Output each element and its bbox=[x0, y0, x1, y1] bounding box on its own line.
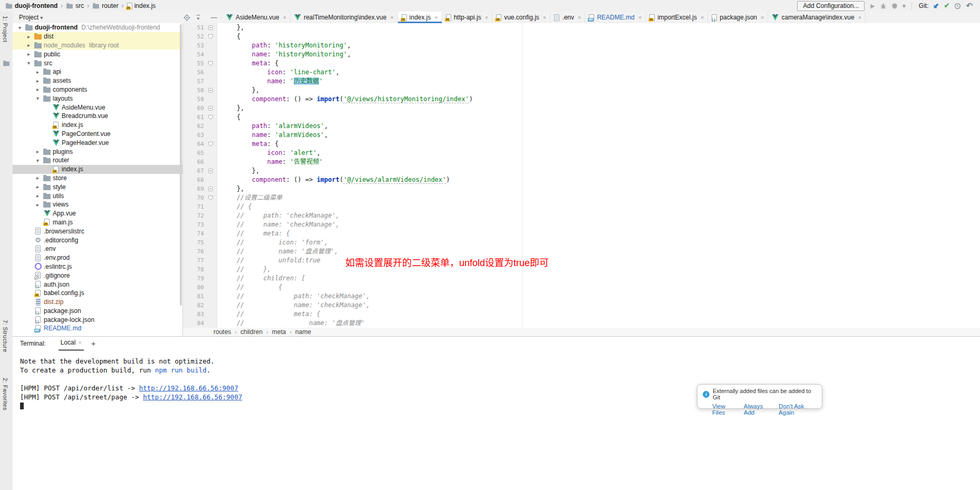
editor-tab-cameramanage-index-vue[interactable]: cameraManage\index.vue× bbox=[768, 12, 866, 23]
stripe-structure-button[interactable]: 7: Structure bbox=[2, 320, 8, 352]
close-icon[interactable]: × bbox=[485, 14, 488, 21]
tree-item-dist[interactable]: ▸dist bbox=[13, 32, 182, 41]
tree-item-node-modules[interactable]: ▸node_moduleslibrary root bbox=[13, 41, 182, 50]
debug-icon[interactable] bbox=[880, 3, 887, 9]
fold-marker[interactable] bbox=[208, 88, 213, 93]
tree-item-store[interactable]: ▸store bbox=[13, 174, 182, 183]
tree-item-duoji-frontend[interactable]: ▾duoji-frontendD:\zheheWeb\duoji-fronten… bbox=[13, 23, 182, 32]
editor-breadcrumb-children[interactable]: children bbox=[240, 328, 263, 336]
tree-item-utils[interactable]: ▸utils bbox=[13, 191, 182, 200]
editor-tab-readme-md[interactable]: MDREADME.md× bbox=[585, 12, 646, 23]
tree-item-readme-md[interactable]: MDREADME.md bbox=[13, 324, 182, 333]
tree-item-public[interactable]: ▸public bbox=[13, 50, 182, 58]
coverage-icon[interactable] bbox=[891, 3, 898, 9]
tree-item-babel-config-js[interactable]: JSbabel.config.js bbox=[13, 289, 182, 298]
chevron-right-icon[interactable]: ▸ bbox=[33, 86, 42, 92]
tree-item-index-js[interactable]: JSindex.js bbox=[13, 121, 182, 130]
editor-breadcrumb-meta[interactable]: meta bbox=[272, 328, 286, 336]
editor-tab-vue-config-js[interactable]: JSvue.config.js× bbox=[492, 12, 550, 23]
tree-item-assets[interactable]: ▸assets bbox=[13, 76, 182, 85]
editor-breadcrumb-name[interactable]: name bbox=[295, 328, 311, 336]
terminal-link[interactable]: http://192.168.66.56:9007 bbox=[143, 393, 242, 401]
fold-marker[interactable] bbox=[208, 25, 213, 30]
editor-breadcrumb-routes[interactable]: routes bbox=[214, 328, 231, 336]
editor-tab-http-api-js[interactable]: JShttp-api.js× bbox=[442, 12, 492, 23]
chevron-right-icon[interactable]: ▸ bbox=[33, 69, 42, 75]
update-icon[interactable] bbox=[933, 3, 939, 9]
tree-item-package-lock-json[interactable]: {}package-lock.json bbox=[13, 315, 182, 324]
breadcrumb-item-src[interactable]: src bbox=[66, 2, 84, 9]
tree-item-pageheader-vue[interactable]: PageHeader.vue bbox=[13, 138, 182, 147]
close-icon[interactable]: × bbox=[390, 14, 393, 21]
close-icon[interactable]: × bbox=[78, 339, 81, 346]
editor-tab-index-js[interactable]: JSindex.js× bbox=[398, 12, 442, 23]
close-icon[interactable]: × bbox=[578, 14, 581, 21]
stripe-project-button[interactable]: 1: Project bbox=[2, 16, 8, 42]
tree-item-dist-zip[interactable]: dist.zip bbox=[13, 298, 182, 307]
close-icon[interactable]: × bbox=[283, 14, 286, 21]
chevron-right-icon[interactable]: ▸ bbox=[33, 175, 42, 181]
tree-item-browserslistrc[interactable]: .browserslistrc bbox=[13, 227, 182, 236]
project-scrollbar[interactable] bbox=[180, 24, 182, 306]
terminal-output[interactable]: Note that the development build is not o… bbox=[13, 350, 980, 410]
chevron-right-icon[interactable]: ▸ bbox=[33, 193, 42, 199]
history-icon[interactable] bbox=[954, 3, 961, 9]
tree-item-breadcrumb-vue[interactable]: Breadcrumb.vue bbox=[13, 112, 182, 121]
tree-item-style[interactable]: ▸style bbox=[13, 182, 182, 191]
editor-tab-asidemenu-vue[interactable]: AsideMenu.vue× bbox=[222, 12, 290, 23]
close-icon[interactable]: × bbox=[638, 14, 642, 21]
project-panel-title[interactable]: Project bbox=[19, 14, 38, 21]
tree-item-app-vue[interactable]: App.vue bbox=[13, 209, 182, 218]
tree-item-env[interactable]: .env bbox=[13, 244, 182, 253]
stop-icon[interactable]: ■ bbox=[903, 2, 906, 9]
chevron-right-icon[interactable]: ▸ bbox=[33, 184, 42, 190]
tree-item-components[interactable]: ▸components bbox=[13, 85, 182, 94]
tree-item-views[interactable]: ▸views bbox=[13, 200, 182, 209]
tree-item-editorconfig[interactable]: ⚙.editorconfig bbox=[13, 236, 182, 244]
run-icon[interactable]: ▶ bbox=[870, 2, 875, 9]
tree-item-eslintrc-js[interactable]: .eslintrc.js bbox=[13, 262, 182, 271]
close-icon[interactable]: × bbox=[701, 14, 704, 21]
chevron-right-icon[interactable]: ▸ bbox=[33, 78, 42, 84]
chevron-right-icon[interactable]: ▸ bbox=[33, 149, 42, 154]
notification-link-always-add[interactable]: Always Add bbox=[744, 403, 772, 416]
chevron-right-icon[interactable]: ▸ bbox=[24, 51, 33, 57]
chevron-right-icon[interactable]: ▸ bbox=[24, 42, 33, 48]
collapse-icon[interactable] bbox=[195, 14, 201, 21]
breadcrumb-item-router[interactable]: router bbox=[92, 2, 118, 9]
editor-tab-env[interactable]: .env× bbox=[550, 12, 585, 23]
fold-marker[interactable] bbox=[208, 169, 213, 173]
new-terminal-button[interactable]: + bbox=[91, 339, 96, 348]
notification-link-view-files[interactable]: View Files bbox=[712, 403, 737, 416]
notification-link-don-t-ask-again[interactable]: Don't Ask Again bbox=[779, 403, 817, 416]
fold-marker[interactable] bbox=[208, 195, 213, 200]
fold-marker[interactable] bbox=[208, 34, 213, 39]
tree-item-router[interactable]: ▾router bbox=[13, 156, 182, 165]
tree-item-src[interactable]: ▾src bbox=[13, 58, 182, 67]
fold-marker[interactable] bbox=[208, 142, 213, 146]
tree-item-main-js[interactable]: JSmain.js bbox=[13, 218, 182, 227]
close-icon[interactable]: × bbox=[434, 14, 438, 21]
add-configuration-button[interactable]: Add Configuration... bbox=[797, 1, 865, 11]
close-icon[interactable]: × bbox=[543, 14, 546, 21]
tree-item-auth-json[interactable]: {}auth.json bbox=[13, 280, 182, 289]
chevron-down-icon[interactable]: ▾ bbox=[15, 25, 24, 31]
tree-item-package-json[interactable]: {}package.json bbox=[13, 307, 182, 316]
close-icon[interactable]: × bbox=[761, 14, 764, 21]
terminal-tab-local[interactable]: Local × bbox=[59, 336, 84, 351]
tree-item-gitignore[interactable]: .gitignore bbox=[13, 271, 182, 280]
hide-icon[interactable]: — bbox=[211, 14, 217, 21]
fold-marker[interactable] bbox=[208, 61, 213, 66]
close-icon[interactable]: × bbox=[858, 14, 861, 21]
terminal-link[interactable]: http://192.168.66.56:9007 bbox=[139, 384, 238, 392]
stripe-favorites-button[interactable]: 2: Favorites bbox=[2, 378, 8, 410]
chevron-down-icon[interactable]: ▾ bbox=[24, 60, 33, 66]
chevron-down-icon[interactable]: ▾ bbox=[33, 158, 42, 163]
tree-item-api[interactable]: ▸api bbox=[13, 67, 182, 76]
rollback-icon[interactable]: ↶ bbox=[966, 2, 973, 9]
fold-marker[interactable] bbox=[208, 115, 213, 120]
tree-item-env-prod[interactable]: .env.prod bbox=[13, 253, 182, 262]
breadcrumb-item-index-js[interactable]: JSindex.js bbox=[127, 2, 156, 9]
editor-tab-package-json[interactable]: {}package.json× bbox=[708, 12, 768, 23]
editor-tab-importexcel-js[interactable]: JSimportExcel.js× bbox=[646, 12, 708, 23]
